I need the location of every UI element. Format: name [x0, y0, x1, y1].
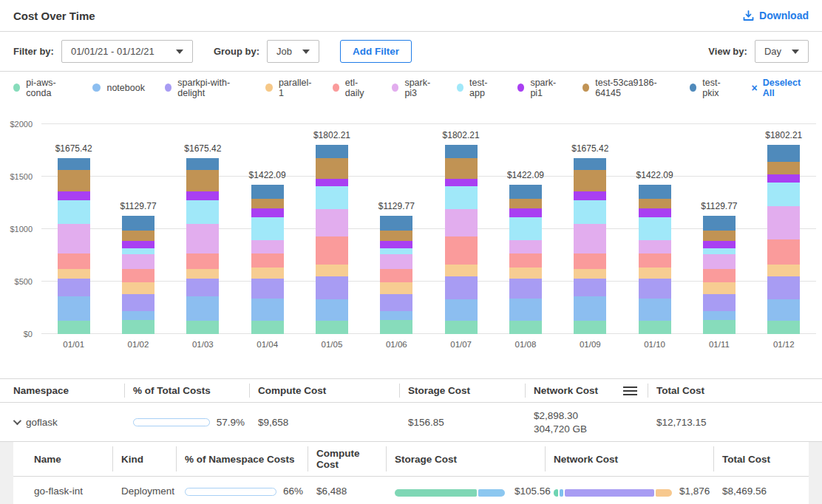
bar-segment-spark-pi1 — [122, 241, 154, 248]
stacked-bar[interactable] — [316, 145, 348, 334]
total-cost-cell: $8,469.56 — [713, 477, 809, 504]
x-axis-label: 01/07 — [429, 340, 493, 349]
table-row: goflask 57.9% $9,658 $156.85 $2,898.30 3… — [0, 403, 822, 442]
legend-item-pi-aws-conda[interactable]: pi-aws-conda — [13, 78, 72, 98]
column-header-label: Network Cost — [534, 385, 598, 396]
bar-segment-parallel-1 — [380, 282, 412, 294]
bar-segment-test-pkix — [639, 185, 671, 199]
bar-column: $1802.21 — [429, 124, 493, 334]
legend-item-parallel-1[interactable]: parallel-1 — [265, 78, 312, 98]
bar-segment-test-app — [509, 217, 542, 240]
bar-segment-notebook — [251, 299, 284, 320]
bar-column: $1675.42 — [41, 124, 106, 334]
bar-segment-notebook — [380, 311, 412, 320]
stacked-bar[interactable] — [639, 185, 671, 334]
stacked-bar[interactable] — [703, 216, 736, 334]
group-by-value: Job — [276, 46, 292, 57]
y-axis-tick-label: $2000 — [10, 120, 33, 129]
date-range-dropdown[interactable]: 01/01/21 - 01/12/21 — [61, 40, 193, 63]
x-axis-label: 01/01 — [41, 340, 106, 349]
bar-segment-notebook — [574, 296, 606, 320]
column-header-name[interactable]: Name — [13, 442, 112, 476]
column-header--of-total-costs[interactable]: % of Total Costs — [124, 379, 249, 402]
bar-segment-test-53ca9186-64145 — [703, 231, 736, 241]
group-by-dropdown[interactable]: Job — [267, 40, 319, 63]
bar-segment-sparkpi-with-delight — [703, 294, 736, 311]
bar-segment-notebook — [509, 299, 542, 320]
deselect-all-button[interactable]: × Deselect All — [752, 78, 809, 98]
bar-column: $1675.42 — [171, 124, 235, 334]
legend-item-sparkpi-with-delight[interactable]: sparkpi-with-delight — [165, 78, 245, 98]
stacked-bar[interactable] — [380, 216, 412, 334]
column-header-namespace[interactable]: Namespace — [0, 379, 124, 402]
bar-column: $1129.77 — [687, 124, 751, 334]
bar-total-label: $1802.21 — [313, 130, 350, 140]
pi-aws-conda-legend-dot-icon — [13, 84, 20, 92]
column-header-storage-cost[interactable]: Storage Cost — [386, 442, 545, 476]
bar-segment-parallel-1 — [445, 265, 478, 276]
stacked-bar[interactable] — [122, 216, 154, 334]
bar-segment-pi-aws-conda — [251, 321, 284, 334]
download-icon — [743, 10, 754, 21]
column-header--of-namespace-costs[interactable]: % of Namespace Costs — [176, 442, 308, 476]
bar-segment-etl-daily — [445, 236, 478, 265]
bar-segment-etl-daily — [509, 253, 542, 268]
bar-segment-sparkpi-with-delight — [251, 279, 284, 299]
namespace-cell[interactable]: goflask — [0, 403, 124, 441]
bar-segment-test-pkix — [445, 145, 478, 158]
stacked-bar[interactable] — [767, 145, 800, 334]
legend-item-notebook[interactable]: notebook — [92, 83, 144, 93]
bar-segment-pi-aws-conda — [767, 321, 800, 334]
bar-segment-spark-pi3 — [380, 254, 412, 269]
bar-segment-spark-pi3 — [122, 254, 154, 269]
column-header-total-cost[interactable]: Total Cost — [648, 379, 822, 402]
bar-segment-spark-pi3 — [509, 240, 542, 253]
x-axis-label: 01/05 — [299, 340, 364, 349]
stacked-bar[interactable] — [509, 185, 542, 334]
storage-cost-cell: $156.85 — [399, 403, 525, 441]
bar-segment-pi-aws-conda — [380, 320, 412, 334]
spark-pi3-legend-dot-icon — [392, 84, 398, 92]
stacked-bar[interactable] — [251, 185, 284, 334]
legend-item-label: test-53ca9186-64145 — [595, 78, 670, 98]
percent-of-namespace-cell: 66% — [176, 477, 308, 504]
sub-table-header: NameKind% of Namespace CostsCompute Cost… — [13, 442, 809, 477]
column-header-network-cost[interactable]: Network Cost — [545, 442, 713, 476]
column-header-network-cost[interactable]: Network Cost — [525, 379, 648, 402]
stacked-bar[interactable] — [574, 158, 606, 334]
bar-total-label: $1422.09 — [249, 170, 286, 180]
legend-item-label: test-app — [469, 78, 497, 98]
legend-item-spark-pi1[interactable]: spark-pi1 — [517, 78, 563, 98]
view-by-dropdown[interactable]: Day — [755, 40, 809, 63]
bar-segment-test-app — [251, 217, 284, 240]
legend-item-test-app[interactable]: test-app — [457, 78, 497, 98]
y-axis-tick-label: $1000 — [10, 225, 33, 234]
legend-item-spark-pi3[interactable]: spark-pi3 — [392, 78, 437, 98]
bar-total-label: $1422.09 — [636, 170, 673, 180]
column-header-compute-cost[interactable]: Compute Cost — [308, 442, 386, 476]
stacked-bar[interactable] — [58, 158, 90, 334]
bar-segment-parallel-1 — [186, 269, 219, 279]
column-menu-icon[interactable] — [623, 386, 637, 395]
column-header-kind[interactable]: Kind — [112, 442, 176, 476]
add-filter-button[interactable]: Add Filter — [340, 40, 412, 63]
download-button[interactable]: Download — [743, 10, 809, 21]
column-header-label: Compute Cost — [258, 385, 326, 396]
stacked-bar[interactable] — [445, 145, 478, 334]
date-range-value: 01/01/21 - 01/12/21 — [71, 46, 154, 57]
x-axis-label: 01/08 — [493, 340, 557, 349]
legend-item-test-53ca9186-64145[interactable]: test-53ca9186-64145 — [582, 78, 670, 98]
legend-item-label: spark-pi1 — [530, 78, 562, 98]
workload-name-cell: go-flask-int — [13, 477, 112, 504]
bar-segment-notebook — [316, 299, 348, 320]
column-header-storage-cost[interactable]: Storage Cost — [399, 379, 525, 402]
column-header-total-cost[interactable]: Total Cost — [713, 442, 809, 476]
stacked-bar[interactable] — [186, 158, 219, 334]
x-axis-label: 01/03 — [171, 340, 235, 349]
bar-segment-test-pkix — [703, 216, 736, 231]
column-header-compute-cost[interactable]: Compute Cost — [249, 379, 399, 402]
bar-total-label: $1675.42 — [571, 143, 608, 154]
legend-item-test-pkix[interactable]: test-pkix — [690, 78, 732, 98]
bar-segment-sparkpi-with-delight — [509, 279, 542, 299]
legend-item-etl-daily[interactable]: etl-daily — [333, 78, 373, 98]
